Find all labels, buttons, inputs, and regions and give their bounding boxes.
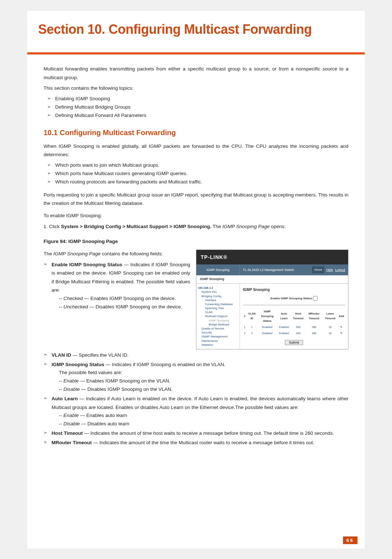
field-value-disable: -- Disable — Disables IGMP Snooping on t…	[59, 385, 348, 394]
right-column: TP-LINK® IGMP Snooping TL-SL3428 L2 Mana…	[196, 250, 348, 349]
title-underline	[27, 52, 365, 54]
page-number: 66	[343, 536, 358, 544]
nav-tree[interactable]: 192.168.1.1 System Info Bridging Config …	[196, 284, 240, 349]
tree-igmp-snooping[interactable]: IGMP Snooping	[198, 319, 238, 323]
cell-host: 260	[291, 330, 306, 336]
igmp-snooping-screenshot: TP-LINK® IGMP Snooping TL-SL3428 L2 Mana…	[196, 250, 348, 349]
col-vlan: VLAN ID	[246, 308, 257, 324]
intro-suffix: contains the following fields:	[101, 251, 163, 256]
col-host: Host Timeout	[291, 308, 306, 324]
list-item: Which ports have Multicast routers gener…	[47, 170, 348, 178]
cell-vlan: 2	[246, 330, 257, 336]
value-desc: — Disables IGMP Snooping on the device.	[88, 304, 182, 309]
determines-list: Which ports want to join which Multicast…	[47, 161, 348, 186]
tree-vlan[interactable]: VLAN	[198, 310, 238, 314]
field-name: VLAN ID	[52, 352, 71, 358]
tree-spanning-tree[interactable]: Spanning Tree	[198, 306, 238, 310]
step-page-name: IGMP Snooping Page	[222, 224, 270, 229]
paragraph: To enable IGMP Snooping:	[44, 211, 348, 220]
field-desc: — Indicates if IGMP Snooping is enabled …	[104, 362, 225, 367]
ss-active-tab[interactable]: IGMP Snooping	[196, 275, 348, 284]
step-1: 1. Click System > Bridging Config > Mult…	[44, 222, 348, 231]
tree-snmp[interactable]: SNMP Management	[198, 335, 238, 339]
document-page: Section 10. Configuring Multicast Forwar…	[27, 11, 365, 548]
about-button[interactable]: About	[312, 267, 324, 273]
tree-ip[interactable]: 192.168.1.1	[198, 286, 238, 290]
paragraph: Ports requesting to join a specific Mult…	[44, 191, 348, 208]
col-mrouter: MRouter Timeout	[306, 308, 322, 324]
cell-num: 1	[243, 324, 246, 330]
logout-link[interactable]: Logout	[335, 267, 345, 273]
cell-auto: Enabled	[277, 324, 291, 330]
field-name: MRouter Timeout	[52, 440, 92, 445]
col-status: IGMP Snooping Status	[257, 308, 277, 324]
col-edit: Edit	[338, 308, 345, 324]
cell-mr: 300	[306, 330, 322, 336]
submit-row: Submit	[243, 340, 345, 346]
subsection-heading: 10.1 Configuring Multicast Forwarding	[44, 126, 348, 139]
field-item-snooping-status: IGMP Snooping Status — Indicates if IGMP…	[44, 360, 348, 394]
col-leave: Leave Timeout	[322, 308, 338, 324]
enable-row: Enable IGMP Snooping Status	[243, 296, 345, 301]
table-row: 2 2 Disabled Enabled 260 300 10 ✎	[243, 330, 345, 336]
ss-header-title: TL-SL3428 L2 Management Switch	[240, 264, 315, 275]
value-label: Enable	[64, 413, 79, 418]
value-label: Unchecked	[64, 304, 88, 309]
list-item: Which ports want to join which Multicast…	[47, 161, 348, 170]
col-auto: Auto Learn	[277, 308, 291, 324]
ss-header-right: About Help Logout	[315, 264, 348, 275]
section-title: Section 10. Configuring Multicast Forwar…	[38, 22, 365, 37]
field-list-continued: VLAN ID — Specifies the VLAN ID. IGMP Sn…	[44, 351, 348, 447]
edit-icon[interactable]: ✎	[338, 330, 345, 336]
tree-maintenance[interactable]: Maintenance	[198, 339, 238, 343]
ss-header-left: IGMP Snooping	[196, 264, 240, 275]
table-header-row: # VLAN ID IGMP Snooping Status Auto Lear…	[243, 308, 345, 324]
value-label: Disable	[64, 386, 80, 392]
tree-bridging-config[interactable]: Bridging Config	[198, 294, 238, 298]
cell-mr: 300	[306, 324, 322, 330]
field-name: IGMP Snooping Status	[52, 362, 104, 367]
enable-checkbox[interactable]	[313, 296, 318, 301]
help-link[interactable]: Help	[326, 267, 333, 273]
tree-system-info[interactable]: System Info	[198, 290, 238, 294]
tree-statistics[interactable]: Statistics	[198, 343, 238, 347]
field-desc: — Indicates if Auto Learn is enabled on …	[52, 396, 348, 410]
intro-prefix: The	[44, 251, 53, 256]
field-item-enable-status: Enable IGMP Snooping Status — Indicates …	[44, 260, 190, 311]
cell-leave: 10	[322, 324, 338, 330]
list-item: Which routing protocols are forwarding p…	[47, 178, 348, 186]
tree-security[interactable]: Security	[198, 331, 238, 335]
tree-multicast-support[interactable]: Multicast Support	[198, 314, 238, 318]
field-desc: — Indicates the amount of time host wait…	[83, 430, 334, 436]
two-column-layout: The IGMP Snooping Page contains the foll…	[44, 250, 348, 349]
value-desc: — Enables IGMP Snooping on the VLAN.	[79, 378, 171, 384]
cell-vlan: 1	[246, 324, 257, 330]
field-name: Enable IGMP Snooping Status	[52, 262, 122, 267]
edit-icon[interactable]: ✎	[338, 324, 345, 330]
sub-text: The possible field values are:	[59, 369, 348, 377]
cell-status: Disabled	[257, 324, 277, 330]
field-item-host-timeout: Host Timeout — Indicates the amount of t…	[44, 429, 348, 438]
col-num: #	[243, 308, 246, 324]
divider	[243, 305, 345, 305]
field-list: Enable IGMP Snooping Status — Indicates …	[44, 260, 190, 311]
step-prefix: 1. Click	[44, 224, 61, 229]
intro-paragraph-2: This section contains the following topi…	[44, 84, 348, 93]
snooping-table: # VLAN ID IGMP Snooping Status Auto Lear…	[243, 308, 345, 337]
table-row: 1 1 Disabled Enabled 260 300 10 ✎	[243, 324, 345, 330]
panel-title: IGMP Snooping	[243, 287, 345, 293]
submit-button[interactable]: Submit	[285, 340, 303, 345]
field-value-enable: -- Enable — Enables IGMP Snooping on the…	[59, 377, 348, 385]
ss-main-panel: IGMP Snooping Enable IGMP Snooping Statu…	[240, 284, 348, 349]
step-path: System > Bridging Config > Multicast Sup…	[61, 224, 211, 229]
field-value-unchecked: -- Unchecked — Disables IGMP Snooping on…	[59, 303, 190, 311]
value-label: Disable	[64, 421, 80, 426]
tree-bridge-multicast[interactable]: Bridge Multicast	[198, 323, 238, 327]
fields-intro: The IGMP Snooping Page contains the foll…	[44, 250, 190, 258]
paragraph: When IGMP Snooping is enabled globally, …	[44, 142, 348, 159]
field-desc: — Indicates the amount of the time the M…	[92, 440, 314, 445]
tree-forwarding-db[interactable]: Forwarding Database	[198, 302, 238, 306]
tree-qos[interactable]: Quality of Service	[198, 327, 238, 331]
step-suffix: opens:	[270, 224, 286, 229]
tree-interface[interactable]: Interface	[198, 298, 238, 302]
